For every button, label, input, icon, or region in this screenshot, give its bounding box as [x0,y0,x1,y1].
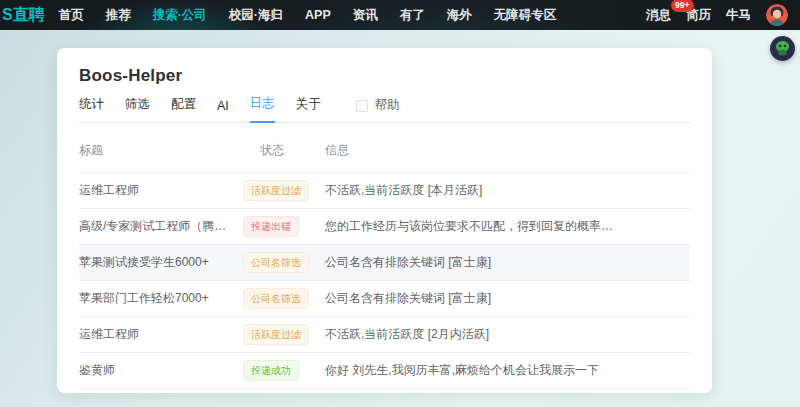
row-status-cell: 活跃度过滤 [243,324,325,345]
row-status-cell: 投递出错 [243,216,325,237]
row-info: 公司名含有排除关键词 [富士康] [325,290,690,307]
row-info: 不活跃,当前活跃度 [2月内活跃] [325,326,690,343]
plugin-icon[interactable] [770,36,795,61]
status-badge: 活跃度过滤 [243,324,309,345]
tab[interactable]: 配置 [171,96,196,122]
messages-link[interactable]: 消息 99+ [646,7,671,24]
row-title: 苹果测试接受学生6000+ [79,254,243,271]
table-row[interactable]: 高级/专家测试工程师（腾… 投递出错 您的工作经历与该岗位要求不匹配，得到回复的… [79,209,690,245]
tab-bar: 统计 筛选 配置 AI 日志 关于 帮助 [79,95,690,123]
table-row[interactable]: 苹果部门工作轻松7000+ 公司名筛选 公司名含有排除关键词 [富士康] [79,281,690,317]
status-badge: 投递成功 [243,360,299,381]
nav-menu: 首页 推荐 搜索·公司 校园·海归 APP 资讯 有了 海外 无障碍专区 [59,7,557,24]
avatar[interactable] [766,4,788,26]
row-info: 您的工作经历与该岗位要求不匹配，得到回复的概率… [325,218,690,235]
row-title: 运维工程师 [79,326,243,343]
nav-item[interactable]: 校园·海归 [229,7,283,24]
bosszhipin-logo[interactable]: S直聘 [2,5,45,26]
help-label: 帮助 [375,97,400,114]
nav-item[interactable]: 首页 [59,7,84,24]
log-table-body: 运维工程师 活跃度过滤 不活跃,当前活跃度 [本月活跃] 高级/专家测试工程师（… [79,173,690,389]
header-title: 标题 [79,142,243,159]
row-status-cell: 活跃度过滤 [243,180,325,201]
header-status: 状态 [243,142,325,159]
row-title: 苹果部门工作轻松7000+ [79,290,243,307]
row-status-cell: 投递成功 [243,360,325,381]
row-status-cell: 公司名筛选 [243,288,325,309]
row-info: 你好 刘先生,我阅历丰富,麻烦给个机会让我展示一下 [325,362,690,379]
nav-item[interactable]: 资讯 [353,7,378,24]
nav-item[interactable]: 无障碍专区 [494,7,557,24]
log-table-header: 标题 状态 信息 [79,123,690,173]
nav-item[interactable]: 搜索·公司 [153,7,207,24]
row-info: 不活跃,当前活跃度 [本月活跃] [325,182,690,199]
table-row[interactable]: 运维工程师 活跃度过滤 不活跃,当前活跃度 [2月内活跃] [79,317,690,353]
helper-panel: Boos-Helper 统计 筛选 配置 AI 日志 关于 帮助 标题 状态 信… [57,48,712,393]
nav-item[interactable]: 有了 [400,7,425,24]
table-row[interactable]: 运维工程师 活跃度过滤 不活跃,当前活跃度 [本月活跃] [79,173,690,209]
tab[interactable]: 统计 [79,96,104,122]
status-badge: 公司名筛选 [243,288,309,309]
nav-right-group: 消息 99+ 简历 牛马 [646,4,788,26]
table-row[interactable]: 鉴黄师 投递成功 你好 刘先生,我阅历丰富,麻烦给个机会让我展示一下 [79,353,690,389]
tab[interactable]: 日志 [250,95,275,123]
row-title: 高级/专家测试工程师（腾… [79,218,243,235]
status-badge: 投递出错 [243,216,299,237]
tab[interactable]: AI [217,99,229,122]
table-row[interactable]: 苹果测试接受学生6000+ 公司名筛选 公司名含有排除关键词 [富士康] [79,245,690,281]
status-badge: 活跃度过滤 [243,180,309,201]
messages-label: 消息 [646,8,671,22]
nav-item[interactable]: APP [305,8,331,22]
row-status-cell: 公司名筛选 [243,252,325,273]
row-title: 鉴黄师 [79,362,243,379]
tab[interactable]: 筛选 [125,96,150,122]
plugin-robot-icon [770,36,795,61]
help-toggle[interactable]: 帮助 [356,97,400,122]
user-avatar-image [766,4,788,26]
tab[interactable]: 关于 [296,96,321,122]
row-title: 运维工程师 [79,182,243,199]
header-info: 信息 [325,142,690,159]
nav-item[interactable]: 海外 [447,7,472,24]
nav-item[interactable]: 推荐 [106,7,131,24]
row-info: 公司名含有排除关键词 [富士康] [325,254,690,271]
page-title: Boos-Helper [79,66,690,86]
top-nav: S直聘 首页 推荐 搜索·公司 校园·海归 APP 资讯 有了 海外 无障碍专区… [0,0,800,30]
status-badge: 公司名筛选 [243,252,309,273]
help-checkbox[interactable] [356,100,368,112]
notification-badge: 99+ [671,0,694,12]
username-link[interactable]: 牛马 [726,7,751,24]
